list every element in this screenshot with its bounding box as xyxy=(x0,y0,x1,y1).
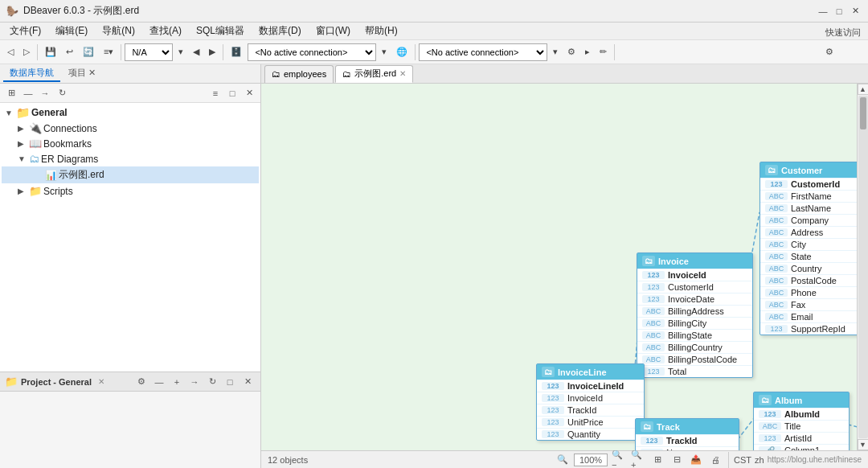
customer-field-fax[interactable]: ABC Fax xyxy=(760,298,857,310)
customer-field-firstname[interactable]: ABC FirstName xyxy=(760,190,857,202)
customer-field-postalcode[interactable]: ABC PostalCode xyxy=(760,274,857,286)
invoice-field-billingstate[interactable]: ABC BillingState xyxy=(637,329,752,341)
table-invoice[interactable]: 🗂 Invoice 123 InvoiceId 123 CustomerId 1… xyxy=(637,252,753,378)
toolbar-connection2[interactable]: <No active connection> xyxy=(419,43,547,61)
tree-bookmarks[interactable]: ▶ 📖 Bookmarks xyxy=(2,136,259,151)
toolbar-na-combo[interactable]: N/A xyxy=(125,43,173,61)
menu-help[interactable]: 帮助(H) xyxy=(358,23,404,39)
toolbar-back[interactable]: ◁ xyxy=(3,43,18,62)
project-btn-minus[interactable]: — xyxy=(151,374,167,390)
erd-tab-employees[interactable]: 🗂 employees xyxy=(264,65,334,83)
customer-field-address[interactable]: ABC Address xyxy=(760,226,857,238)
erd-tab-close-btn[interactable]: ✕ xyxy=(399,69,406,78)
toolbar-net-icon[interactable]: 🌐 xyxy=(392,43,411,62)
export-btn[interactable]: 📤 xyxy=(688,452,704,468)
zoom-in-btn[interactable]: 🔍+ xyxy=(630,452,646,468)
customer-field-state[interactable]: ABC State xyxy=(760,250,857,262)
tree-er-diagrams[interactable]: ▼ 🗂 ER Diagrams xyxy=(2,151,259,166)
table-customer[interactable]: 🗂 Customer 123 CustomerId ABC FirstName … xyxy=(760,162,857,335)
menu-find[interactable]: 查找(A) xyxy=(143,23,188,39)
quick-access-btn[interactable]: 快速访问 xyxy=(821,23,865,43)
tree-general[interactable]: ▼ 📁 General xyxy=(2,105,259,121)
project-btn-add[interactable]: + xyxy=(169,374,185,390)
invoice-field-billingpostalcode[interactable]: ABC BillingPostalCode xyxy=(637,353,752,365)
tree-arrow-er[interactable]: ▼ xyxy=(18,154,27,163)
print-btn[interactable]: 🖨 xyxy=(707,452,723,468)
toolbar-connection1[interactable]: <No active connection> xyxy=(248,43,376,61)
invoiceline-field-unitprice[interactable]: 123 UnitPrice xyxy=(537,416,644,428)
project-close-icon[interactable]: ✕ xyxy=(98,377,104,386)
menu-db[interactable]: 数据库(D) xyxy=(252,23,308,39)
invoice-field-invoiceid[interactable]: 123 InvoiceId xyxy=(637,269,752,281)
maximize-button[interactable]: □ xyxy=(833,5,845,18)
tree-erd-file[interactable]: ▶ 📊 示例图.erd xyxy=(2,166,259,183)
tree-arrow-general[interactable]: ▼ xyxy=(5,109,14,117)
project-btn-min[interactable]: □ xyxy=(222,374,238,390)
close-button[interactable]: ✕ xyxy=(849,5,862,18)
table-album[interactable]: 🗂 Album 123 AlbumId ABC Title 123 Artist… xyxy=(753,392,850,450)
album-field-artistid[interactable]: 123 ArtistId xyxy=(754,432,849,444)
customer-field-email[interactable]: ABC Email xyxy=(760,310,857,322)
nav-btn-refresh[interactable]: ↻ xyxy=(54,85,70,101)
invoice-field-invoicedate[interactable]: 123 InvoiceDate xyxy=(637,293,752,305)
tree-arrow-scripts[interactable]: ▶ xyxy=(18,187,27,195)
nav-btn-new[interactable]: ⊞ xyxy=(3,85,19,101)
zoom-out-btn[interactable]: 🔍− xyxy=(611,452,627,468)
toolbar-conn2-arrow[interactable]: ▾ xyxy=(549,43,562,62)
customer-field-customerid[interactable]: 123 CustomerId xyxy=(760,178,857,190)
invoiceline-field-trackid[interactable]: 123 TrackId xyxy=(537,404,644,416)
invoice-field-billingaddress[interactable]: ABC BillingAddress xyxy=(637,305,752,317)
right-scrollbar[interactable]: ▲ ▼ xyxy=(857,84,868,450)
invoiceline-field-invoicelineid[interactable]: 123 InvoiceLineId xyxy=(537,380,644,392)
customer-field-supportrepid[interactable]: 123 SupportRepId xyxy=(760,322,857,335)
customer-field-lastname[interactable]: ABC LastName xyxy=(760,202,857,214)
toolbar-btn2[interactable]: ↩ xyxy=(62,43,77,62)
nav-btn-link[interactable]: → xyxy=(37,85,53,101)
nav-btn-collapse[interactable]: — xyxy=(20,85,36,101)
project-btn-settings[interactable]: ⚙ xyxy=(133,374,149,390)
invoice-field-customerid[interactable]: 123 CustomerId xyxy=(637,281,752,293)
invoice-field-total[interactable]: 123 Total xyxy=(637,365,752,377)
erd-canvas[interactable]: 🗂 Customer 123 CustomerId ABC FirstName … xyxy=(261,84,857,450)
invoiceline-field-invoiceid[interactable]: 123 InvoiceId xyxy=(537,392,644,404)
project-btn-close[interactable]: ✕ xyxy=(240,374,256,390)
nav-btn-minimize[interactable]: □ xyxy=(224,85,240,101)
album-field-title[interactable]: ABC Title xyxy=(754,420,849,432)
invoiceline-field-quantity[interactable]: 123 Quantity xyxy=(537,428,644,440)
toolbar-refresh[interactable]: 🔄 xyxy=(79,43,98,62)
minimize-button[interactable]: — xyxy=(817,5,829,18)
project-btn-link[interactable]: → xyxy=(186,374,203,390)
window-controls[interactable]: — □ ✕ xyxy=(817,5,862,18)
customer-field-country[interactable]: ABC Country xyxy=(760,262,857,274)
scroll-up-btn[interactable]: ▲ xyxy=(858,84,869,95)
menu-nav[interactable]: 导航(N) xyxy=(96,23,141,39)
toolbar-btn4[interactable]: ⚙ xyxy=(563,43,579,62)
nav-btn-close[interactable]: ✕ xyxy=(241,85,257,101)
scroll-down-btn[interactable]: ▼ xyxy=(858,439,869,450)
toolbar-arrow2[interactable]: ▶ xyxy=(205,43,219,62)
table-track[interactable]: 🗂 Track 123 TrackId ABC Name 123 AlbumId xyxy=(635,418,739,450)
menu-sql[interactable]: SQL编辑器 xyxy=(190,23,251,39)
toolbar-db-icon[interactable]: 🗄️ xyxy=(227,43,246,62)
zoom-search-btn[interactable]: 🔍 xyxy=(555,452,571,468)
toolbar-forward[interactable]: ▷ xyxy=(19,43,34,62)
tree-arrow-connections[interactable]: ▶ xyxy=(18,124,27,133)
track-field-trackid[interactable]: 123 TrackId xyxy=(636,434,739,446)
tree-scripts[interactable]: ▶ 📁 Scripts xyxy=(2,183,259,199)
toolbar-arrow1[interactable]: ◀ xyxy=(189,43,203,62)
toolbar-conn1-arrow[interactable]: ▾ xyxy=(378,43,391,62)
toolbar-settings[interactable]: ⚙ xyxy=(821,43,865,62)
toolbar-btn6[interactable]: ✏ xyxy=(596,43,611,62)
customer-field-city[interactable]: ABC City xyxy=(760,238,857,250)
track-field-name[interactable]: ABC Name xyxy=(636,446,739,450)
erd-tab-example[interactable]: 🗂 示例图.erd ✕ xyxy=(335,65,413,83)
nav-btn-menu[interactable]: ≡ xyxy=(207,85,223,101)
toolbar-btn3[interactable]: ≡▾ xyxy=(100,43,117,62)
grid-btn[interactable]: ⊞ xyxy=(649,452,665,468)
tree-connections[interactable]: ▶ 🔌 Connections xyxy=(2,121,259,136)
project-btn-refresh[interactable]: ↻ xyxy=(204,374,220,390)
invoice-field-billingcity[interactable]: ABC BillingCity xyxy=(637,317,752,329)
customer-field-company[interactable]: ABC Company xyxy=(760,214,857,226)
menu-file[interactable]: 文件(F) xyxy=(3,23,47,39)
nav-tab-project[interactable]: 项目 ✕ xyxy=(62,65,102,82)
